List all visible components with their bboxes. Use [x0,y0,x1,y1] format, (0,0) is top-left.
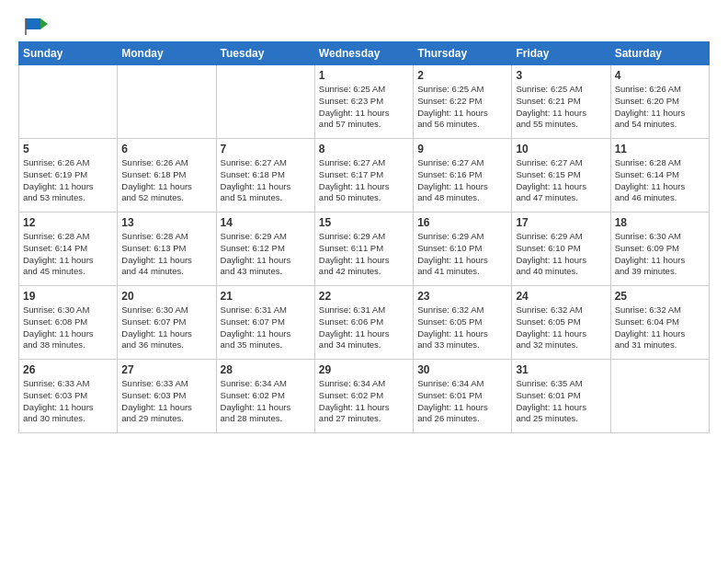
day-number: 5 [23,143,113,155]
day-number: 2 [417,69,507,82]
day-info: Sunrise: 6:35 AM Sunset: 6:01 PM Dayligh… [516,378,606,425]
day-info: Sunrise: 6:27 AM Sunset: 6:15 PM Dayligh… [516,157,606,204]
day-number: 19 [23,290,113,303]
day-number: 7 [221,143,311,155]
day-info: Sunrise: 6:32 AM Sunset: 6:05 PM Dayligh… [516,304,606,351]
col-header-monday: Monday [118,42,216,65]
logo-icon [22,17,48,37]
day-cell: 19Sunrise: 6:30 AM Sunset: 6:08 PM Dayli… [19,286,118,360]
day-info: Sunrise: 6:29 AM Sunset: 6:10 PM Dayligh… [417,231,507,278]
day-number: 6 [121,143,211,155]
day-info: Sunrise: 6:34 AM Sunset: 6:01 PM Dayligh… [417,378,507,425]
day-number: 14 [221,216,311,229]
col-header-thursday: Thursday [414,42,512,65]
day-info: Sunrise: 6:30 AM Sunset: 6:09 PM Dayligh… [615,231,705,278]
day-cell: 26Sunrise: 6:33 AM Sunset: 6:03 PM Dayli… [19,360,118,433]
day-cell: 2Sunrise: 6:25 AM Sunset: 6:22 PM Daylig… [414,65,512,139]
calendar-week-row: 5Sunrise: 6:26 AM Sunset: 6:19 PM Daylig… [19,139,710,213]
day-info: Sunrise: 6:28 AM Sunset: 6:13 PM Dayligh… [121,231,211,278]
day-cell: 25Sunrise: 6:32 AM Sunset: 6:04 PM Dayli… [610,286,709,360]
day-number: 29 [319,363,409,376]
day-cell: 12Sunrise: 6:28 AM Sunset: 6:14 PM Dayli… [19,213,118,286]
day-cell: 16Sunrise: 6:29 AM Sunset: 6:10 PM Dayli… [414,213,512,286]
day-cell: 22Sunrise: 6:31 AM Sunset: 6:06 PM Dayli… [314,286,413,360]
day-cell: 13Sunrise: 6:28 AM Sunset: 6:13 PM Dayli… [118,213,216,286]
header [18,17,710,34]
svg-marker-0 [26,18,40,29]
day-info: Sunrise: 6:29 AM Sunset: 6:10 PM Dayligh… [516,231,606,278]
day-cell: 24Sunrise: 6:32 AM Sunset: 6:05 PM Dayli… [512,286,610,360]
day-info: Sunrise: 6:26 AM Sunset: 6:20 PM Dayligh… [615,84,705,131]
logo [18,17,48,34]
day-number: 10 [516,143,606,155]
day-cell: 20Sunrise: 6:30 AM Sunset: 6:07 PM Dayli… [118,286,216,360]
day-number: 15 [319,216,409,229]
day-number: 17 [516,216,606,229]
day-info: Sunrise: 6:31 AM Sunset: 6:06 PM Dayligh… [319,304,409,351]
empty-cell [216,65,314,139]
day-info: Sunrise: 6:29 AM Sunset: 6:11 PM Dayligh… [319,231,409,278]
day-number: 25 [615,290,705,303]
day-cell: 6Sunrise: 6:26 AM Sunset: 6:18 PM Daylig… [118,139,216,213]
day-cell: 11Sunrise: 6:28 AM Sunset: 6:14 PM Dayli… [610,139,709,213]
day-number: 30 [417,363,507,376]
col-header-saturday: Saturday [610,42,709,65]
day-number: 12 [23,216,113,229]
day-number: 9 [417,143,507,155]
day-info: Sunrise: 6:34 AM Sunset: 6:02 PM Dayligh… [221,378,311,425]
day-info: Sunrise: 6:26 AM Sunset: 6:18 PM Dayligh… [121,157,211,204]
calendar-week-row: 19Sunrise: 6:30 AM Sunset: 6:08 PM Dayli… [19,286,710,360]
day-number: 23 [417,290,507,303]
day-info: Sunrise: 6:31 AM Sunset: 6:07 PM Dayligh… [221,304,311,351]
day-cell: 21Sunrise: 6:31 AM Sunset: 6:07 PM Dayli… [216,286,314,360]
day-info: Sunrise: 6:30 AM Sunset: 6:08 PM Dayligh… [23,304,113,351]
day-number: 31 [516,363,606,376]
day-cell: 18Sunrise: 6:30 AM Sunset: 6:09 PM Dayli… [610,213,709,286]
day-cell: 27Sunrise: 6:33 AM Sunset: 6:03 PM Dayli… [118,360,216,433]
day-info: Sunrise: 6:25 AM Sunset: 6:21 PM Dayligh… [516,84,606,131]
day-info: Sunrise: 6:32 AM Sunset: 6:04 PM Dayligh… [615,304,705,351]
day-number: 20 [121,290,211,303]
calendar-week-row: 26Sunrise: 6:33 AM Sunset: 6:03 PM Dayli… [19,360,710,433]
day-cell: 4Sunrise: 6:26 AM Sunset: 6:20 PM Daylig… [610,65,709,139]
day-cell: 7Sunrise: 6:27 AM Sunset: 6:18 PM Daylig… [216,139,314,213]
day-number: 28 [221,363,311,376]
day-number: 26 [23,363,113,376]
day-number: 11 [615,143,705,155]
day-cell: 30Sunrise: 6:34 AM Sunset: 6:01 PM Dayli… [414,360,512,433]
day-number: 13 [121,216,211,229]
day-info: Sunrise: 6:32 AM Sunset: 6:05 PM Dayligh… [417,304,507,351]
day-cell: 1Sunrise: 6:25 AM Sunset: 6:23 PM Daylig… [314,65,413,139]
calendar-page: SundayMondayTuesdayWednesdayThursdayFrid… [0,0,728,563]
day-cell: 15Sunrise: 6:29 AM Sunset: 6:11 PM Dayli… [314,213,413,286]
day-number: 3 [516,69,606,82]
calendar-table: SundayMondayTuesdayWednesdayThursdayFrid… [18,41,710,433]
col-header-friday: Friday [512,42,610,65]
day-number: 4 [615,69,705,82]
day-cell: 9Sunrise: 6:27 AM Sunset: 6:16 PM Daylig… [414,139,512,213]
day-info: Sunrise: 6:27 AM Sunset: 6:16 PM Dayligh… [417,157,507,204]
day-number: 16 [417,216,507,229]
day-info: Sunrise: 6:26 AM Sunset: 6:19 PM Dayligh… [23,157,113,204]
day-info: Sunrise: 6:28 AM Sunset: 6:14 PM Dayligh… [23,231,113,278]
day-number: 8 [319,143,409,155]
day-cell: 28Sunrise: 6:34 AM Sunset: 6:02 PM Dayli… [216,360,314,433]
day-info: Sunrise: 6:28 AM Sunset: 6:14 PM Dayligh… [615,157,705,204]
calendar-week-row: 1Sunrise: 6:25 AM Sunset: 6:23 PM Daylig… [19,65,710,139]
day-cell: 23Sunrise: 6:32 AM Sunset: 6:05 PM Dayli… [414,286,512,360]
day-number: 27 [121,363,211,376]
svg-marker-1 [40,18,48,29]
day-number: 24 [516,290,606,303]
day-cell: 17Sunrise: 6:29 AM Sunset: 6:10 PM Dayli… [512,213,610,286]
day-info: Sunrise: 6:30 AM Sunset: 6:07 PM Dayligh… [121,304,211,351]
empty-cell [19,65,118,139]
day-cell: 3Sunrise: 6:25 AM Sunset: 6:21 PM Daylig… [512,65,610,139]
day-info: Sunrise: 6:27 AM Sunset: 6:18 PM Dayligh… [221,157,311,204]
day-info: Sunrise: 6:29 AM Sunset: 6:12 PM Dayligh… [221,231,311,278]
col-header-sunday: Sunday [19,42,118,65]
calendar-header-row: SundayMondayTuesdayWednesdayThursdayFrid… [19,42,710,65]
day-info: Sunrise: 6:34 AM Sunset: 6:02 PM Dayligh… [319,378,409,425]
day-info: Sunrise: 6:27 AM Sunset: 6:17 PM Dayligh… [319,157,409,204]
day-info: Sunrise: 6:25 AM Sunset: 6:22 PM Dayligh… [417,84,507,131]
day-number: 21 [221,290,311,303]
